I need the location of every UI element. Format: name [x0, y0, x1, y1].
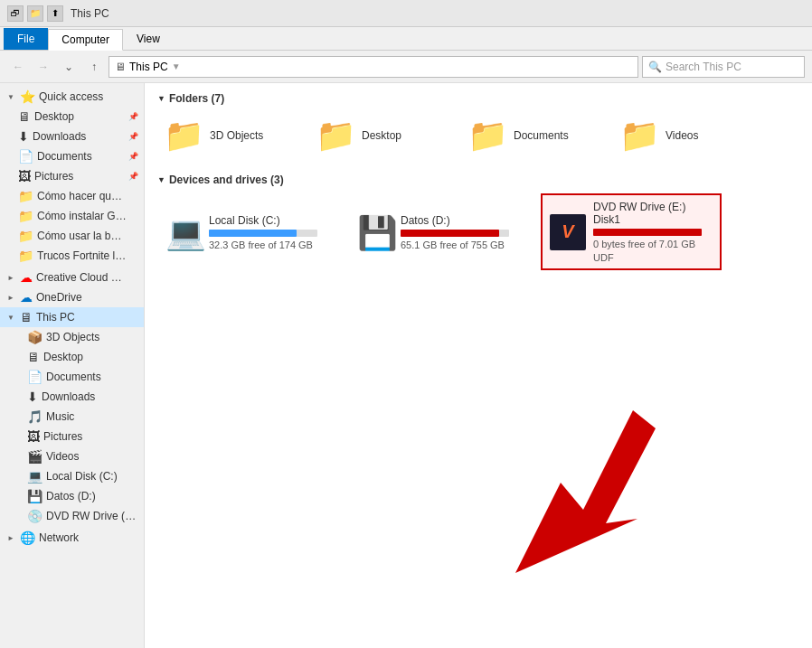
drives-arrow: ▼	[157, 175, 165, 184]
sidebar-item-desktop2[interactable]: 🖥 Desktop	[0, 347, 144, 367]
search-box[interactable]: 🔍 Search This PC	[642, 56, 805, 78]
sidebar-item-documents[interactable]: 📄 Documents 📌	[0, 146, 144, 166]
drives-title: Devices and drives (3)	[169, 174, 284, 186]
music-icon: 🎵	[27, 409, 42, 424]
red-arrow-overlay	[497, 392, 696, 594]
folder-3dobjects[interactable]: 📁 3D Objects	[157, 112, 302, 159]
drive-c-progress-fill	[209, 230, 297, 237]
sidebar-item-como1[interactable]: 📁 Cómo hacer que Fo	[0, 186, 144, 206]
red-arrow-svg	[497, 392, 696, 591]
this-pc-section: ▼ 🖥 This PC 📦 3D Objects 🖥 Desktop 📄 Doc…	[0, 307, 144, 526]
sidebar-item-this-pc[interactable]: ▼ 🖥 This PC	[0, 307, 144, 327]
main-layout: ▼ ⭐ Quick access 🖥 Desktop 📌 ⬇ Downloads…	[0, 83, 812, 648]
drive-d-icon: 💾	[357, 214, 398, 251]
folder-icon-3: 📁	[18, 229, 33, 243]
address-pc-icon: 🖥	[115, 61, 126, 73]
pictures-icon: 🖼	[18, 169, 31, 183]
folder-videos[interactable]: 📁 Videos	[613, 112, 758, 159]
drive-c-info: Local Disk (C:) 32.3 GB free of 174 GB	[209, 214, 317, 250]
network-label: Network	[39, 531, 79, 544]
pictures-label: Pictures	[34, 170, 73, 183]
sidebar-item-pics2[interactable]: 🖼 Pictures	[0, 427, 144, 446]
documents-label: Documents	[37, 150, 92, 163]
drive-e-progress-bg	[593, 229, 702, 236]
trucos-label: Trucos Fortnite la m	[37, 249, 127, 262]
back-button[interactable]: ←	[7, 56, 29, 78]
sidebar-item-desktop[interactable]: 🖥 Desktop 📌	[0, 107, 144, 127]
drive-c-icon: 💻	[165, 214, 206, 251]
drive-d[interactable]: 💾 Datos (D:) 65.1 GB free of 755 GB	[349, 193, 530, 270]
sidebar-item-creative-cloud[interactable]: ► ☁ Creative Cloud Files	[0, 268, 144, 287]
drive-c-space: 32.3 GB free of 174 GB	[209, 239, 317, 250]
sidebar-item-onedrive[interactable]: ► ☁ OneDrive	[0, 287, 144, 307]
pin-icon-2: 📌	[128, 132, 138, 141]
sidebar-item-music[interactable]: 🎵 Music	[0, 407, 144, 427]
sidebar-item-quick-access[interactable]: ▼ ⭐ Quick access	[0, 87, 144, 107]
folder-3dobjects-icon: 📁	[164, 117, 204, 155]
ribbon-tabs: File Computer View	[0, 27, 812, 51]
pin-icon-3: 📌	[128, 152, 138, 161]
sidebar-item-como2[interactable]: 📁 Cómo instalar GTA S	[0, 206, 144, 226]
sidebar-item-como3[interactable]: 📁 Cómo usar la bomb	[0, 226, 144, 246]
drive-e-icon	[550, 214, 586, 250]
tab-computer[interactable]: Computer	[48, 29, 123, 51]
content-area: ▼ Folders (7) 📁 3D Objects 📁 Desktop 📁 D…	[145, 83, 812, 648]
cc-label: Creative Cloud Files	[36, 271, 127, 284]
downloads-label: Downloads	[33, 130, 86, 143]
forward-button[interactable]: →	[33, 56, 54, 78]
folders-title: Folders (7)	[169, 92, 224, 105]
tab-file[interactable]: File	[4, 28, 48, 50]
drive-d-progress-fill	[401, 230, 499, 237]
onedrive-label: OneDrive	[36, 291, 82, 304]
svg-marker-1	[515, 410, 656, 573]
drive-c[interactable]: 💻 Local Disk (C:) 32.3 GB free of 174 GB	[157, 193, 338, 270]
drive-e[interactable]: DVD RW Drive (E:) Disk1 0 bytes free of …	[541, 193, 722, 270]
network-icon: 🌐	[20, 531, 35, 545]
drive-e-space: 0 bytes free of 7.01 GB	[593, 239, 713, 249]
pin-icon-4: 📌	[128, 172, 138, 181]
tab-view[interactable]: View	[123, 28, 174, 50]
folder-documents[interactable]: 📁 Documents	[461, 112, 606, 159]
title-bar-controls[interactable]: 🗗 📁 ⬆	[7, 5, 63, 22]
sidebar: ▼ ⭐ Quick access 🖥 Desktop 📌 ⬇ Downloads…	[0, 83, 145, 648]
sidebar-item-local-c[interactable]: 💻 Local Disk (C:)	[0, 466, 144, 486]
drive-c-name: Local Disk (C:)	[209, 214, 317, 227]
sidebar-item-downloads2[interactable]: ⬇ Downloads	[0, 387, 144, 407]
sidebar-item-downloads[interactable]: ⬇ Downloads 📌	[0, 127, 144, 146]
drive-d-name: Datos (D:)	[401, 214, 509, 227]
desktop-icon: 🖥	[18, 109, 31, 124]
sidebar-item-network[interactable]: ► 🌐 Network	[0, 528, 144, 548]
videos2-icon: 🎬	[27, 449, 42, 464]
address-bar[interactable]: 🖥 This PC ▼	[109, 56, 638, 78]
sidebar-item-3dobjects[interactable]: 📦 3D Objects	[0, 327, 144, 347]
folders-arrow: ▼	[157, 94, 165, 103]
como3-label: Cómo usar la bomb	[37, 230, 127, 242]
sidebar-item-dvd-e[interactable]: 💿 DVD RW Drive (E:)	[0, 506, 144, 526]
desktop-label: Desktop	[34, 110, 74, 123]
drive-d-info: Datos (D:) 65.1 GB free of 755 GB	[401, 214, 509, 250]
folder-icon-4: 📁	[18, 249, 33, 263]
drive-d-space: 65.1 GB free of 755 GB	[401, 239, 509, 250]
datos-d-icon: 💾	[27, 489, 42, 503]
expand-pc-icon: ▼	[7, 314, 16, 322]
drives-section-header[interactable]: ▼ Devices and drives (3)	[157, 174, 799, 186]
downloads-icon: ⬇	[18, 129, 29, 144]
sidebar-item-videos2[interactable]: 🎬 Videos	[0, 446, 144, 466]
window-title: This PC	[71, 7, 109, 20]
local-c-icon: 💻	[27, 469, 42, 484]
folder-documents-icon: 📁	[467, 117, 508, 155]
sidebar-item-datos-d[interactable]: 💾 Datos (D:)	[0, 486, 144, 506]
folder-desktop[interactable]: 📁 Desktop	[309, 112, 454, 159]
folders-section-header[interactable]: ▼ Folders (7)	[157, 92, 799, 105]
sidebar-item-pictures[interactable]: 🖼 Pictures 📌	[0, 166, 144, 186]
sidebar-item-trucos[interactable]: 📁 Trucos Fortnite la m	[0, 246, 144, 266]
sidebar-item-docs2[interactable]: 📄 Documents	[0, 367, 144, 387]
tb-icon-3: ⬆	[47, 5, 63, 22]
recent-button[interactable]: ⌄	[58, 56, 80, 78]
up-button[interactable]: ↑	[83, 56, 105, 78]
drive-c-icon-wrapper: 💻	[165, 214, 202, 250]
expand-icon: ▼	[7, 93, 16, 101]
toolbar: ← → ⌄ ↑ 🖥 This PC ▼ 🔍 Search This PC	[0, 51, 812, 83]
pics2-icon: 🖼	[27, 429, 40, 444]
folder-3dobjects-label: 3D Objects	[210, 129, 263, 142]
